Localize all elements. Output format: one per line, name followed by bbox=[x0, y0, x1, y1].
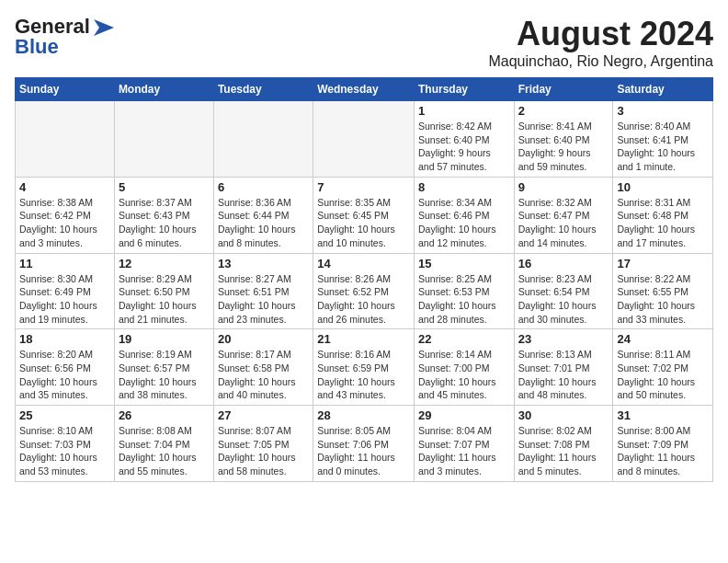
logo: General Blue bbox=[15, 15, 114, 59]
page-title: August 2024 bbox=[488, 15, 713, 53]
day-info: Sunrise: 8:16 AMSunset: 6:59 PMDaylight:… bbox=[317, 348, 410, 402]
calendar-header-wednesday: Wednesday bbox=[313, 78, 415, 101]
calendar-week-2: 4Sunrise: 8:38 AMSunset: 6:42 PMDaylight… bbox=[16, 177, 713, 253]
day-number: 10 bbox=[617, 180, 709, 194]
day-number: 15 bbox=[418, 257, 510, 270]
day-number: 14 bbox=[317, 257, 410, 270]
day-number: 29 bbox=[418, 408, 510, 422]
day-number: 24 bbox=[617, 332, 709, 346]
calendar-cell: 13Sunrise: 8:27 AMSunset: 6:51 PMDayligh… bbox=[213, 253, 313, 329]
calendar-cell: 24Sunrise: 8:11 AMSunset: 7:02 PMDayligh… bbox=[613, 329, 713, 406]
calendar-cell: 21Sunrise: 8:16 AMSunset: 6:59 PMDayligh… bbox=[313, 329, 415, 406]
day-info: Sunrise: 8:23 AMSunset: 6:54 PMDaylight:… bbox=[518, 272, 609, 327]
day-number: 31 bbox=[617, 408, 709, 422]
day-number: 7 bbox=[317, 180, 410, 194]
day-number: 22 bbox=[418, 332, 510, 346]
calendar-header-friday: Friday bbox=[514, 78, 613, 101]
calendar-cell: 30Sunrise: 8:02 AMSunset: 7:08 PMDayligh… bbox=[514, 406, 613, 482]
day-number: 21 bbox=[317, 332, 410, 346]
calendar-cell: 14Sunrise: 8:26 AMSunset: 6:52 PMDayligh… bbox=[313, 253, 415, 329]
day-info: Sunrise: 8:08 AMSunset: 7:04 PMDaylight:… bbox=[119, 424, 210, 478]
day-info: Sunrise: 8:10 AMSunset: 7:03 PMDaylight:… bbox=[19, 424, 110, 478]
calendar-cell bbox=[114, 101, 213, 178]
calendar-cell: 3Sunrise: 8:40 AMSunset: 6:41 PMDaylight… bbox=[613, 101, 713, 178]
calendar-week-4: 18Sunrise: 8:20 AMSunset: 6:56 PMDayligh… bbox=[16, 329, 713, 406]
day-info: Sunrise: 8:29 AMSunset: 6:50 PMDaylight:… bbox=[119, 272, 210, 327]
calendar-header-thursday: Thursday bbox=[414, 78, 514, 101]
day-number: 19 bbox=[119, 332, 210, 346]
calendar-header-row: SundayMondayTuesdayWednesdayThursdayFrid… bbox=[16, 78, 713, 101]
day-number: 30 bbox=[518, 408, 609, 422]
calendar-cell: 4Sunrise: 8:38 AMSunset: 6:42 PMDaylight… bbox=[16, 177, 115, 253]
day-number: 20 bbox=[218, 332, 309, 346]
calendar-cell bbox=[213, 101, 313, 178]
day-number: 6 bbox=[218, 180, 309, 194]
day-info: Sunrise: 8:14 AMSunset: 7:00 PMDaylight:… bbox=[418, 348, 510, 402]
calendar-cell: 10Sunrise: 8:31 AMSunset: 6:48 PMDayligh… bbox=[613, 177, 713, 253]
day-info: Sunrise: 8:25 AMSunset: 6:53 PMDaylight:… bbox=[418, 272, 510, 327]
day-info: Sunrise: 8:42 AMSunset: 6:40 PMDaylight:… bbox=[418, 120, 510, 174]
calendar-cell: 22Sunrise: 8:14 AMSunset: 7:00 PMDayligh… bbox=[414, 329, 514, 406]
calendar-cell: 15Sunrise: 8:25 AMSunset: 6:53 PMDayligh… bbox=[414, 253, 514, 329]
calendar-cell: 2Sunrise: 8:41 AMSunset: 6:40 PMDaylight… bbox=[514, 101, 613, 178]
day-info: Sunrise: 8:37 AMSunset: 6:43 PMDaylight:… bbox=[119, 196, 210, 250]
calendar-cell: 7Sunrise: 8:35 AMSunset: 6:45 PMDaylight… bbox=[313, 177, 415, 253]
calendar-cell: 11Sunrise: 8:30 AMSunset: 6:49 PMDayligh… bbox=[16, 253, 115, 329]
day-info: Sunrise: 8:22 AMSunset: 6:55 PMDaylight:… bbox=[617, 272, 709, 327]
day-info: Sunrise: 8:32 AMSunset: 6:47 PMDaylight:… bbox=[518, 196, 609, 250]
calendar-cell: 31Sunrise: 8:00 AMSunset: 7:09 PMDayligh… bbox=[613, 406, 713, 482]
calendar-cell: 19Sunrise: 8:19 AMSunset: 6:57 PMDayligh… bbox=[114, 329, 213, 406]
day-number: 5 bbox=[119, 180, 210, 194]
day-info: Sunrise: 8:17 AMSunset: 6:58 PMDaylight:… bbox=[218, 348, 309, 402]
calendar-cell: 29Sunrise: 8:04 AMSunset: 7:07 PMDayligh… bbox=[414, 406, 514, 482]
day-info: Sunrise: 8:36 AMSunset: 6:44 PMDaylight:… bbox=[218, 196, 309, 250]
day-info: Sunrise: 8:05 AMSunset: 7:06 PMDaylight:… bbox=[317, 424, 410, 478]
calendar-cell: 9Sunrise: 8:32 AMSunset: 6:47 PMDaylight… bbox=[514, 177, 613, 253]
day-number: 27 bbox=[218, 408, 309, 422]
day-info: Sunrise: 8:34 AMSunset: 6:46 PMDaylight:… bbox=[418, 196, 510, 250]
calendar-cell: 27Sunrise: 8:07 AMSunset: 7:05 PMDayligh… bbox=[213, 406, 313, 482]
day-number: 8 bbox=[418, 180, 510, 194]
day-number: 26 bbox=[119, 408, 210, 422]
day-info: Sunrise: 8:02 AMSunset: 7:08 PMDaylight:… bbox=[518, 424, 609, 478]
day-info: Sunrise: 8:38 AMSunset: 6:42 PMDaylight:… bbox=[19, 196, 110, 250]
calendar-cell: 16Sunrise: 8:23 AMSunset: 6:54 PMDayligh… bbox=[514, 253, 613, 329]
day-number: 23 bbox=[518, 332, 609, 346]
day-number: 11 bbox=[19, 257, 110, 270]
calendar-cell: 1Sunrise: 8:42 AMSunset: 6:40 PMDaylight… bbox=[414, 101, 514, 178]
day-number: 16 bbox=[518, 257, 609, 270]
calendar-cell: 26Sunrise: 8:08 AMSunset: 7:04 PMDayligh… bbox=[114, 406, 213, 482]
calendar-cell: 25Sunrise: 8:10 AMSunset: 7:03 PMDayligh… bbox=[16, 406, 115, 482]
day-number: 18 bbox=[19, 332, 110, 346]
day-info: Sunrise: 8:27 AMSunset: 6:51 PMDaylight:… bbox=[218, 272, 309, 327]
day-number: 9 bbox=[518, 180, 609, 194]
calendar-cell: 20Sunrise: 8:17 AMSunset: 6:58 PMDayligh… bbox=[213, 329, 313, 406]
day-number: 4 bbox=[19, 180, 110, 194]
title-block: August 2024 Maquinchao, Rio Negro, Argen… bbox=[488, 15, 713, 70]
logo-arrow-icon bbox=[94, 19, 114, 36]
calendar-week-1: 1Sunrise: 8:42 AMSunset: 6:40 PMDaylight… bbox=[16, 101, 713, 178]
day-info: Sunrise: 8:11 AMSunset: 7:02 PMDaylight:… bbox=[617, 348, 709, 402]
logo-blue: Blue bbox=[15, 35, 59, 59]
calendar-header-sunday: Sunday bbox=[16, 78, 115, 101]
calendar-cell: 23Sunrise: 8:13 AMSunset: 7:01 PMDayligh… bbox=[514, 329, 613, 406]
calendar-table: SundayMondayTuesdayWednesdayThursdayFrid… bbox=[15, 77, 713, 482]
calendar-cell: 28Sunrise: 8:05 AMSunset: 7:06 PMDayligh… bbox=[313, 406, 415, 482]
calendar-header-tuesday: Tuesday bbox=[213, 78, 313, 101]
calendar-week-5: 25Sunrise: 8:10 AMSunset: 7:03 PMDayligh… bbox=[16, 406, 713, 482]
calendar-cell bbox=[16, 101, 115, 178]
day-number: 2 bbox=[518, 104, 609, 118]
day-info: Sunrise: 8:35 AMSunset: 6:45 PMDaylight:… bbox=[317, 196, 410, 250]
day-info: Sunrise: 8:40 AMSunset: 6:41 PMDaylight:… bbox=[617, 120, 709, 174]
day-info: Sunrise: 8:13 AMSunset: 7:01 PMDaylight:… bbox=[518, 348, 609, 402]
page-header: General Blue August 2024 Maquinchao, Rio… bbox=[15, 15, 713, 70]
calendar-cell: 5Sunrise: 8:37 AMSunset: 6:43 PMDaylight… bbox=[114, 177, 213, 253]
day-number: 17 bbox=[617, 257, 709, 270]
day-number: 3 bbox=[617, 104, 709, 118]
day-info: Sunrise: 8:00 AMSunset: 7:09 PMDaylight:… bbox=[617, 424, 709, 478]
svg-marker-0 bbox=[94, 19, 114, 36]
calendar-header-monday: Monday bbox=[114, 78, 213, 101]
calendar-header-saturday: Saturday bbox=[613, 78, 713, 101]
calendar-cell bbox=[313, 101, 415, 178]
calendar-cell: 6Sunrise: 8:36 AMSunset: 6:44 PMDaylight… bbox=[213, 177, 313, 253]
